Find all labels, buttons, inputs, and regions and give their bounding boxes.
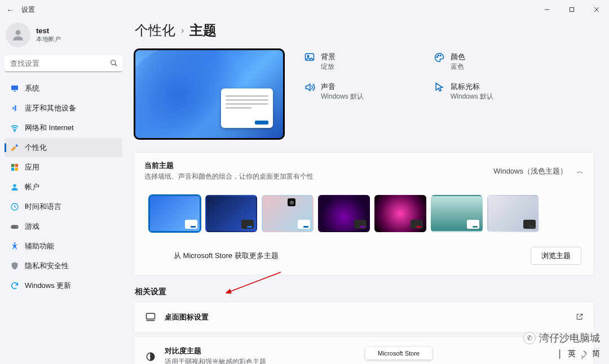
caption-buttons (535, 1, 609, 18)
current-theme-header[interactable]: 当前主题 选择墙纸、声音和颜色的组合，让你的桌面更加富有个性 Windows（浅… (134, 153, 594, 189)
moon-icon: ☽ (580, 349, 588, 358)
sidebar-item-label: 蓝牙和其他设备 (25, 103, 76, 113)
breadcrumb: 个性化 › 主题 (134, 19, 594, 48)
ime-indicator[interactable]: | 英 ☽ 简 (558, 348, 600, 359)
user-account-type: 本地帐户 (36, 35, 61, 43)
search-box[interactable] (5, 55, 122, 72)
sidebar-item-gaming[interactable]: 游戏 (5, 217, 122, 236)
svg-rect-12 (11, 168, 14, 171)
wechat-icon: ✆ (523, 332, 536, 344)
svg-rect-8 (14, 91, 16, 91)
sidebar-item-label: 游戏 (25, 221, 39, 232)
sidebar-item-label: 网络和 Internet (25, 123, 74, 133)
time-icon (10, 202, 19, 211)
sidebar-item-label: 系统 (25, 83, 39, 94)
svg-point-22 (436, 56, 438, 57)
svg-rect-11 (15, 164, 18, 167)
chevron-right-icon: › (181, 25, 184, 35)
svg-point-4 (16, 30, 21, 35)
sidebar-item-account[interactable]: 帐户 (5, 177, 122, 197)
camera-icon: ◎ (288, 198, 295, 206)
svg-rect-10 (11, 164, 14, 167)
theme-thumb-4[interactable] (318, 195, 370, 232)
update-icon (10, 281, 19, 290)
sidebar-item-label: Windows 更新 (25, 281, 71, 291)
titlebar: ← 设置 (0, 0, 609, 19)
theme-thumb-3[interactable]: ◎ (262, 195, 314, 232)
desktop-icons-card[interactable]: 桌面图标设置 (134, 301, 594, 333)
annotation-arrow (222, 269, 284, 300)
close-button[interactable] (584, 1, 609, 18)
prop-background[interactable]: 背景绽放 (304, 52, 400, 72)
svg-point-5 (111, 60, 116, 65)
system-icon (10, 84, 19, 93)
prop-sound[interactable]: 声音Windows 默认 (304, 82, 400, 101)
accessibility-icon (10, 242, 19, 251)
window-title: 设置 (21, 5, 35, 15)
browse-themes-button[interactable]: 浏览主题 (531, 247, 581, 265)
sidebar-item-update[interactable]: Windows 更新 (5, 276, 122, 295)
sidebar: test 本地帐户 系统蓝牙和其他设备网络和 Internet个性化应用帐户时间… (0, 19, 127, 364)
monitor-icon (144, 311, 157, 323)
theme-thumb-2[interactable] (205, 195, 257, 232)
sidebar-item-system[interactable]: 系统 (5, 79, 122, 98)
avatar (6, 23, 30, 47)
gaming-icon (10, 222, 19, 231)
privacy-icon (10, 261, 19, 270)
watermark: ✆ 湾仔沙电脑城 (523, 331, 600, 345)
account-icon (10, 183, 19, 192)
svg-point-21 (307, 55, 309, 57)
svg-rect-1 (570, 8, 574, 12)
sidebar-item-wifi[interactable]: 网络和 Internet (5, 118, 122, 137)
sidebar-item-label: 帐户 (25, 182, 39, 192)
chevron-up-icon: ︿ (576, 166, 584, 176)
svg-line-31 (226, 272, 281, 293)
current-theme-subtitle: 选择墙纸、声音和颜色的组合，让你的桌面更加富有个性 (144, 172, 314, 181)
prop-color[interactable]: 颜色蓝色 (434, 52, 529, 72)
main-panel: 个性化 › 主题 背景绽放 颜色蓝色 声音Windows 默 (127, 19, 609, 364)
palette-icon (434, 52, 445, 63)
sidebar-item-label: 时间和语言 (25, 202, 61, 212)
theme-thumb-5[interactable] (374, 195, 426, 232)
related-section-title: 相关设置 (135, 287, 594, 297)
apps-icon (10, 163, 19, 172)
search-input[interactable] (5, 55, 122, 72)
nav-list: 系统蓝牙和其他设备网络和 Internet个性化应用帐户时间和语言游戏辅助功能隐… (5, 79, 122, 295)
user-block[interactable]: test 本地帐户 (5, 19, 122, 55)
sidebar-item-personalize[interactable]: 个性化 (5, 138, 122, 157)
svg-line-6 (115, 64, 117, 66)
sidebar-item-privacy[interactable]: 隐私和安全性 (5, 256, 122, 276)
svg-point-19 (14, 242, 16, 244)
maximize-button[interactable] (559, 1, 584, 18)
cursor-icon (434, 82, 445, 93)
minimize-button[interactable] (535, 1, 559, 18)
picture-icon (304, 52, 315, 63)
store-prompt: 从 Microsoft Store 获取更多主题 (174, 251, 279, 261)
user-name: test (36, 26, 61, 35)
prop-cursor[interactable]: 鼠标光标Windows 默认 (434, 82, 529, 101)
sidebar-item-time[interactable]: 时间和语言 (5, 197, 122, 216)
current-theme-card: 当前主题 选择墙纸、声音和颜色的组合，让你的桌面更加富有个性 Windows（浅… (134, 152, 594, 276)
sidebar-item-label: 隐私和安全性 (25, 261, 69, 271)
sidebar-item-accessibility[interactable]: 辅助功能 (5, 237, 122, 256)
theme-properties: 背景绽放 颜色蓝色 声音Windows 默认 鼠标光标Windows 默认 (304, 48, 529, 140)
external-link-icon (576, 313, 584, 322)
sidebar-item-bluetooth[interactable]: 蓝牙和其他设备 (5, 99, 122, 118)
breadcrumb-parent[interactable]: 个性化 (135, 21, 175, 39)
current-theme-applied: Windows（浅色主题） (493, 166, 567, 176)
svg-point-9 (14, 130, 15, 131)
current-theme-title: 当前主题 (144, 161, 314, 171)
back-button[interactable]: ← (6, 6, 15, 14)
svg-point-24 (440, 55, 441, 56)
sidebar-item-label: 个性化 (25, 143, 47, 153)
svg-point-17 (16, 226, 17, 227)
theme-thumb-6[interactable] (431, 195, 483, 232)
wifi-icon (10, 123, 19, 132)
theme-thumb-1[interactable] (149, 195, 201, 232)
theme-thumb-7[interactable] (487, 195, 539, 232)
svg-rect-7 (11, 86, 18, 90)
search-icon (110, 59, 118, 69)
sidebar-item-apps[interactable]: 应用 (5, 158, 122, 177)
theme-preview (134, 48, 285, 140)
taskbar-tooltip: Microsoft Store (365, 347, 432, 359)
